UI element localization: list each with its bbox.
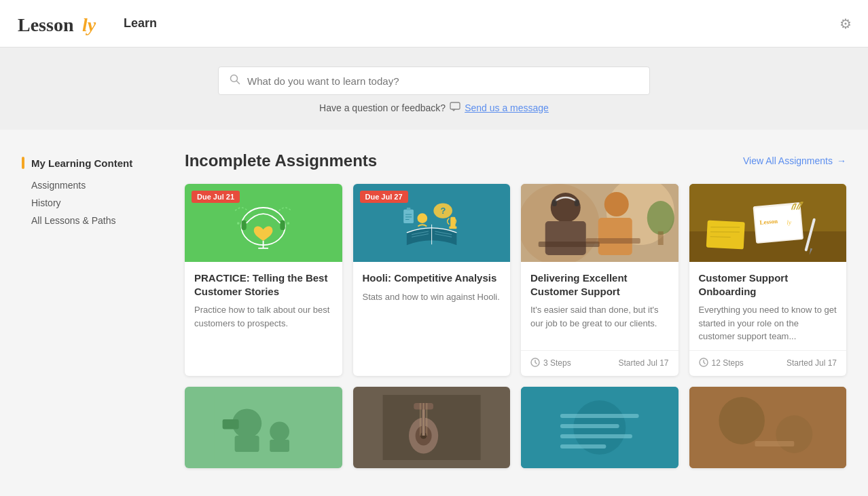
bottom-card-3[interactable] [521,387,679,468]
card-customer-support[interactable]: Delivering Excellent Customer Support It… [521,184,679,376]
svg-rect-37 [658,231,664,245]
due-badge-1: Due Jul 21 [192,191,240,203]
card-image-wrapper-1: Due Jul 21 [185,184,342,262]
card-body-2: Hooli: Competitive Analysis Stats and ho… [353,262,511,376]
card-hooli[interactable]: ? [353,184,511,376]
svg-rect-59 [270,440,289,452]
header-left: Lesson ly Learn [16,9,157,38]
cards-grid: Due Jul 21 PRACTICE: Telling the Best Cu… [185,184,846,376]
card-footer-4: 12 Steps Started Jul 17 [689,350,847,376]
svg-rect-78 [755,441,794,446]
main-container: My Learning Content Assignments History … [0,130,868,490]
view-all-assignments-link[interactable]: View All Assignments → [743,155,846,166]
svg-rect-57 [223,419,239,429]
view-all-label: View All Assignments [743,155,833,166]
card-title-3: Delivering Excellent Customer Support [530,271,669,298]
svg-rect-4 [450,102,460,109]
card-image-wrapper-2: ? [353,184,511,262]
content: Incomplete Assignments View All Assignme… [185,151,846,468]
svg-rect-75 [689,387,847,468]
svg-text:?: ? [440,206,446,216]
steps-icon-4 [699,358,708,369]
svg-rect-6 [242,220,247,230]
bottom-card-4[interactable] [689,387,847,468]
svg-point-17 [417,213,427,223]
logo[interactable]: Lesson ly [16,9,105,38]
sidebar-item-history[interactable]: History [31,196,185,210]
nav-learn[interactable]: Learn [124,16,157,30]
svg-point-36 [647,201,674,235]
sidebar-link-all-lessons[interactable]: All Lessons & Paths [31,214,185,227]
message-icon [450,102,460,113]
svg-text:Lesson: Lesson [18,14,74,35]
svg-point-76 [719,397,765,444]
card-body-1: PRACTICE: Telling the Best Customer Stor… [185,262,342,376]
view-all-arrow: → [837,155,846,166]
card-title-4: Customer Support Onboarding [699,271,837,298]
feedback-row: Have a question or feedback? Send us a m… [319,102,549,113]
main-nav: Learn [124,16,157,31]
started-date-3: Started Jul 17 [618,358,668,368]
svg-rect-72 [560,424,619,428]
due-badge-2: Due Jul 27 [360,191,408,203]
card-desc-4: Everything you need to know to get start… [699,303,837,343]
sidebar-link-history[interactable]: History [31,196,185,210]
svg-rect-23 [406,208,410,210]
svg-rect-31 [545,221,586,255]
bottom-card-1[interactable] [185,387,342,468]
svg-line-3 [237,81,240,84]
card-desc-1: Practice how to talk about our best cust… [194,303,333,369]
svg-rect-56 [235,436,259,452]
svg-text:ly: ly [786,218,791,226]
sidebar-nav: Assignments History All Lessons & Paths [22,178,185,227]
card-title-1: PRACTICE: Telling the Best Customer Stor… [194,271,333,298]
search-section: Have a question or feedback? Send us a m… [0,47,868,130]
card-image-wrapper-3 [521,184,679,262]
sidebar-item-all-lessons[interactable]: All Lessons & Paths [31,214,185,227]
bottom-cards-grid [185,387,846,468]
sidebar-link-assignments[interactable]: Assignments [31,178,185,192]
svg-text:ly: ly [82,14,96,35]
steps-count-4: 12 Steps [712,358,744,368]
svg-rect-7 [281,220,285,230]
steps-icon-3 [530,358,540,369]
started-date-4: Started Jul 17 [786,358,837,368]
steps-count-3: 3 Steps [543,358,571,368]
svg-rect-74 [560,444,607,449]
card-image-wrapper-4: Lesson ly [689,184,847,262]
card-footer-3: 3 Steps Started Jul 17 [521,350,679,376]
steps-info-3: 3 Steps [530,358,571,369]
steps-info-4: 12 Steps [699,358,744,369]
bottom-card-2[interactable] [353,387,511,468]
svg-rect-38 [552,199,557,206]
card-image-photo1 [521,184,679,262]
card-image-photo2: Lesson ly [689,184,847,262]
sidebar-heading: My Learning Content [22,157,185,169]
svg-rect-73 [560,434,632,438]
search-input[interactable] [247,75,638,87]
feedback-text: Have a question or feedback? [319,102,446,113]
send-message-link[interactable]: Send us a message [465,102,549,113]
svg-rect-39 [575,199,579,206]
logo-svg: Lesson ly [16,9,105,38]
svg-rect-47 [706,221,744,250]
card-body-4: Customer Support Onboarding Everything y… [689,262,847,350]
card-title-2: Hooli: Competitive Analysis [363,271,501,285]
card-body-3: Delivering Excellent Customer Support It… [521,262,679,350]
svg-point-58 [270,421,289,441]
svg-point-32 [604,192,629,216]
svg-rect-71 [560,414,639,418]
search-icon [230,74,240,88]
svg-point-10 [237,222,240,225]
search-bar [218,66,650,95]
svg-point-77 [776,415,812,453]
sidebar-item-assignments[interactable]: Assignments [31,178,185,192]
svg-rect-33 [598,218,632,255]
gear-button[interactable]: ⚙ [839,16,852,32]
card-desc-2: Stats and how to win against Hooli. [363,290,501,369]
svg-rect-35 [586,238,640,244]
svg-rect-22 [403,209,414,223]
svg-point-11 [287,222,290,225]
card-onboarding[interactable]: Lesson ly [689,184,847,376]
card-practice-stories[interactable]: Due Jul 21 PRACTICE: Telling the Best Cu… [185,184,342,376]
